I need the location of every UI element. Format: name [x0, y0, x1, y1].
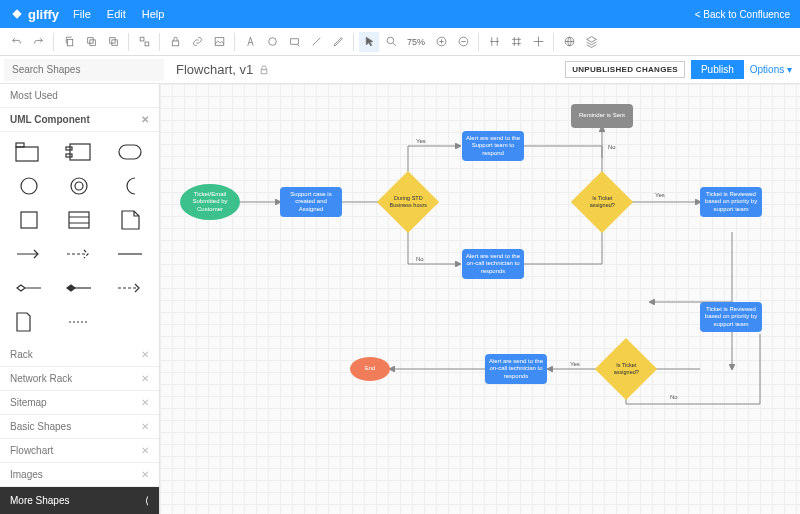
svg-rect-18	[66, 147, 72, 150]
crosshair-icon[interactable]	[528, 32, 548, 52]
menu-file[interactable]: File	[73, 8, 91, 20]
close-icon[interactable]: ✕	[141, 397, 149, 408]
zoom-out-icon[interactable]	[453, 32, 473, 52]
zoom-level[interactable]: 75%	[403, 37, 429, 47]
lock-icon[interactable]	[165, 32, 185, 52]
zoom-icon[interactable]	[381, 32, 401, 52]
shape-ring[interactable]	[60, 174, 98, 198]
menu-help[interactable]: Help	[142, 8, 165, 20]
node-review2[interactable]: Ticket is Reviewed based on priority by …	[700, 302, 762, 332]
main-area: Most Used UML Component ✕	[0, 84, 800, 514]
line-tool-icon[interactable]	[306, 32, 326, 52]
copy-icon[interactable]	[59, 32, 79, 52]
node-review1[interactable]: Ticket is Reviewed based on priority by …	[700, 187, 762, 217]
node-alert-support[interactable]: Alert are send to the Support team to re…	[462, 131, 524, 161]
svg-point-21	[21, 178, 37, 194]
image-icon[interactable]	[209, 32, 229, 52]
sidebar-cat-flowchart[interactable]: Flowchart✕	[0, 439, 159, 463]
shape-square[interactable]	[10, 208, 48, 232]
svg-rect-20	[119, 145, 141, 159]
options-menu[interactable]: Options ▾	[750, 64, 792, 75]
group-icon[interactable]	[134, 32, 154, 52]
back-icon[interactable]	[103, 32, 123, 52]
menu-edit[interactable]: Edit	[107, 8, 126, 20]
node-support-case[interactable]: Support case is created and Assigned	[280, 187, 342, 217]
svg-rect-5	[140, 37, 144, 41]
shape-arrow-dash2[interactable]	[111, 276, 149, 300]
close-icon[interactable]: ✕	[141, 469, 149, 480]
publish-button[interactable]: Publish	[691, 60, 744, 79]
shape-dashline[interactable]	[60, 310, 98, 334]
pointer-icon[interactable]	[359, 32, 379, 52]
grid-icon[interactable]	[506, 32, 526, 52]
sidebar-cat-images[interactable]: Images✕	[0, 463, 159, 487]
rect-tool-icon[interactable]	[284, 32, 304, 52]
sidebar-cat-network[interactable]: Network Rack✕	[0, 367, 159, 391]
sidebar-cat-basic[interactable]: Basic Shapes✕	[0, 415, 159, 439]
redo-icon[interactable]	[28, 32, 48, 52]
sidebar-label: Flowchart	[10, 445, 53, 456]
canvas[interactable]: Ticket/Email Submitted by Customer Suppo…	[160, 84, 800, 514]
sidebar-cat-most-used[interactable]: Most Used	[0, 84, 159, 108]
shape-folder[interactable]	[10, 140, 48, 164]
node-alert-oncall2[interactable]: Alert are send to the on-call technician…	[485, 354, 547, 384]
svg-rect-19	[66, 154, 72, 157]
shape-arrow-solid[interactable]	[10, 242, 48, 266]
sidebar-label: Network Rack	[10, 373, 72, 384]
svg-rect-1	[87, 38, 92, 43]
search-shapes-input[interactable]	[4, 59, 164, 81]
snap-icon[interactable]	[484, 32, 504, 52]
node-alert-oncall[interactable]: Alert are send to the on-call technician…	[462, 249, 524, 279]
node-start[interactable]: Ticket/Email Submitted by Customer	[180, 184, 240, 220]
globe-icon[interactable]	[559, 32, 579, 52]
shape-diamond-filled[interactable]	[60, 276, 98, 300]
shape-folded[interactable]	[10, 310, 48, 334]
sidebar-cat-sitemap[interactable]: Sitemap✕	[0, 391, 159, 415]
more-shapes-label: More Shapes	[10, 495, 69, 506]
shape-interface[interactable]	[111, 140, 149, 164]
shape-circle[interactable]	[10, 174, 48, 198]
shape-palette	[0, 132, 159, 342]
svg-rect-10	[290, 39, 298, 44]
shape-diamond-arrow[interactable]	[10, 276, 48, 300]
svg-rect-25	[69, 212, 89, 228]
front-icon[interactable]	[81, 32, 101, 52]
sidebar: Most Used UML Component ✕	[0, 84, 160, 514]
shape-line[interactable]	[111, 242, 149, 266]
title-bar: Flowchart, v1 UNPUBLISHED CHANGES Publis…	[0, 56, 800, 84]
shape-empty	[111, 310, 149, 334]
shape-table[interactable]	[60, 208, 98, 232]
sidebar-cat-rack[interactable]: Rack✕	[0, 343, 159, 367]
more-shapes-button[interactable]: More Shapes ⟨	[0, 487, 159, 514]
pencil-icon[interactable]	[328, 32, 348, 52]
svg-rect-24	[21, 212, 37, 228]
close-icon[interactable]: ✕	[141, 445, 149, 456]
svg-rect-8	[215, 38, 224, 46]
label-yes: Yes	[655, 192, 665, 198]
circle-tool-icon[interactable]	[262, 32, 282, 52]
close-icon[interactable]: ✕	[141, 421, 149, 432]
shape-component[interactable]	[60, 140, 98, 164]
sidebar-label: Basic Shapes	[10, 421, 71, 432]
close-icon[interactable]: ✕	[141, 349, 149, 360]
layers-icon[interactable]	[581, 32, 601, 52]
node-reminder[interactable]: Reminder is Sent	[571, 104, 633, 128]
undo-icon[interactable]	[6, 32, 26, 52]
shape-arrow-dashed[interactable]	[60, 242, 98, 266]
svg-rect-7	[172, 41, 179, 46]
text-icon[interactable]	[240, 32, 260, 52]
svg-rect-16	[16, 143, 24, 147]
sidebar-cat-uml[interactable]: UML Component ✕	[0, 108, 159, 132]
close-icon[interactable]: ✕	[141, 373, 149, 384]
close-icon[interactable]: ✕	[141, 114, 149, 125]
zoom-in-icon[interactable]	[431, 32, 451, 52]
node-end[interactable]: End	[350, 357, 390, 381]
svg-rect-3	[111, 40, 116, 45]
link-icon[interactable]	[187, 32, 207, 52]
svg-rect-17	[70, 144, 90, 160]
app-name: gliffy	[28, 7, 59, 22]
sidebar-label: UML Component	[10, 114, 90, 125]
shape-halfcircle[interactable]	[111, 174, 149, 198]
back-to-confluence-link[interactable]: < Back to Confluence	[695, 9, 790, 20]
shape-note[interactable]	[111, 208, 149, 232]
